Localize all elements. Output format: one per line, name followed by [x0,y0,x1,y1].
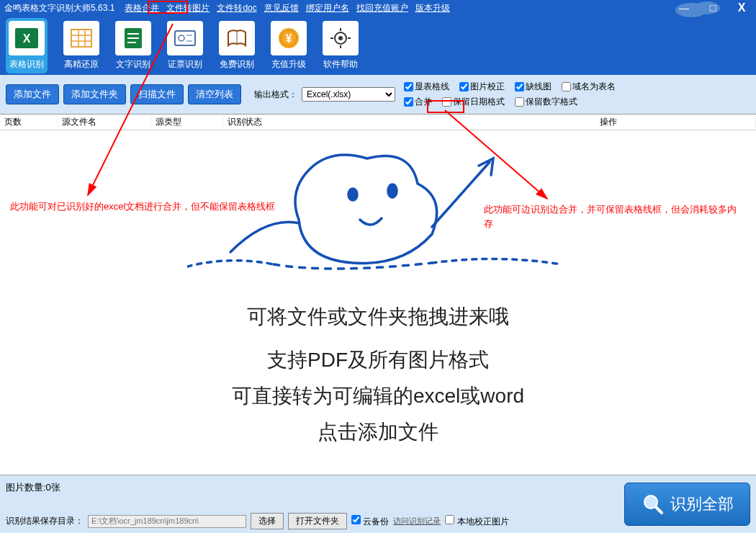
ribbon-recharge[interactable]: ¥ 充值升级 [271,21,307,71]
window-controls: — □ X [670,0,756,16]
ribbon-text-ocr[interactable]: 文字识别 [115,21,151,71]
col-type: 源类型 [151,116,223,128]
svg-rect-13 [175,31,195,45]
svg-line-32 [656,507,662,513]
gear-icon [323,21,359,55]
excel-icon: X [9,21,45,55]
annotation-right: 此功能可边识别边合并，并可保留表格线框，但会消耗较多内存 [484,202,743,230]
check-image-correct[interactable]: 图片校正 [459,81,505,93]
output-format-label: 输出格式： [254,89,297,101]
toolbar: 添加文件 添加文件夹 扫描文件 清空列表 输出格式： Excel(.xlsx) … [0,75,756,115]
view-log-link[interactable]: 访问识别记录 [393,516,441,527]
menu-merge-tables[interactable]: 表格合并 [122,2,162,14]
select-dir-button[interactable]: 选择 [251,513,284,529]
ribbon-help[interactable]: 软件帮助 [323,21,359,71]
check-fill-line[interactable]: 缺线图 [515,81,552,93]
check-local-correct[interactable]: 本地校正图片 [445,515,508,528]
maximize-button[interactable]: □ [698,0,727,16]
menu-feedback[interactable]: 意见反馈 [261,2,302,14]
ribbon: X 表格识别 高精还原 文字识别 证票识别 免费识别 ¥ 充值升级 软件帮助 [0,16,756,75]
add-file-button[interactable]: 添加文件 [6,84,59,104]
hint-line-4: 点击添加文件 [0,418,756,446]
minimize-button[interactable]: — [670,0,698,16]
col-source: 源文件名 [58,116,151,128]
id-icon [167,21,203,55]
check-keep-date[interactable]: 保留日期格式 [442,96,505,108]
check-show-grid[interactable]: 显表格线 [404,81,449,93]
check-merge[interactable]: 合并 [404,96,432,108]
recognize-all-button[interactable]: 识别全部 [624,483,750,526]
save-dir-label: 识别结果保存目录： [6,515,84,527]
ribbon-cert-ocr[interactable]: 证票识别 [167,21,203,71]
doc-icon [115,21,151,55]
col-status: 识别状态 [223,116,461,128]
ribbon-hd-restore[interactable]: 高精还原 [63,21,99,71]
drop-area[interactable]: 此功能可对已识别好的excel文档进行合并，但不能保留表格线框 此功能可边识别边… [0,130,756,475]
hint-line-2: 支持PDF及所有图片格式 [0,346,756,374]
menu-recover-account[interactable]: 找回充值账户 [354,2,411,14]
svg-point-14 [179,35,184,41]
menu-file-to-doc[interactable]: 文件转doc [214,2,259,14]
ribbon-table-ocr[interactable]: X 表格识别 [6,18,48,73]
svg-rect-4 [71,30,91,47]
scan-file-button[interactable]: 扫描文件 [130,84,184,104]
add-folder-button[interactable]: 添加文件夹 [63,84,126,104]
svg-text:¥: ¥ [286,32,292,45]
menu-bar: 表格合并 文件转图片 文件转doc 意见反馈 绑定用户名 找回充值账户 版本升级 [122,2,452,14]
save-dir-input[interactable] [88,515,246,528]
clear-list-button[interactable]: 清空列表 [188,84,241,104]
app-title: 金鸣表格文字识别大师5.63.1 [4,2,114,14]
col-pages: 页数 [0,116,58,128]
annotation-left: 此功能可对已识别好的excel文档进行合并，但不能保留表格线框 [10,200,334,214]
book-icon [219,21,255,55]
title-bar: 金鸣表格文字识别大师5.63.1 表格合并 文件转图片 文件转doc 意见反馈 … [0,0,756,16]
hint-line-3: 可直接转为可编辑的excel或word [0,382,756,410]
table-header: 页数 源文件名 源类型 识别状态 操作 [0,115,756,130]
svg-point-28 [388,184,397,197]
check-domain-sheet[interactable]: 域名为表名 [562,81,616,93]
grid-icon [63,21,99,55]
open-folder-button[interactable]: 打开文件夹 [288,513,347,529]
close-button[interactable]: X [727,0,756,16]
ribbon-free-ocr[interactable]: 免费识别 [219,21,255,71]
coin-icon: ¥ [271,21,307,55]
footer: 图片数量:0张 识别结果保存目录： 选择 打开文件夹 云备份 访问识别记录 本地… [0,475,756,533]
check-keep-number[interactable]: 保留数字格式 [515,96,577,108]
svg-text:X: X [23,32,31,45]
menu-file-to-image[interactable]: 文件转图片 [163,2,212,14]
menu-upgrade[interactable]: 版本升级 [413,2,453,14]
svg-point-27 [348,189,357,200]
menu-bind-user[interactable]: 绑定用户名 [303,2,352,14]
output-format-select[interactable]: Excel(.xlsx) [302,87,395,102]
svg-point-22 [338,36,343,40]
magnifier-icon [642,493,665,516]
check-cloud-backup[interactable]: 云备份 [351,515,389,528]
hint-line-1: 可将文件或文件夹拖拽进来哦 [0,303,756,331]
col-operation: 操作 [461,116,756,128]
